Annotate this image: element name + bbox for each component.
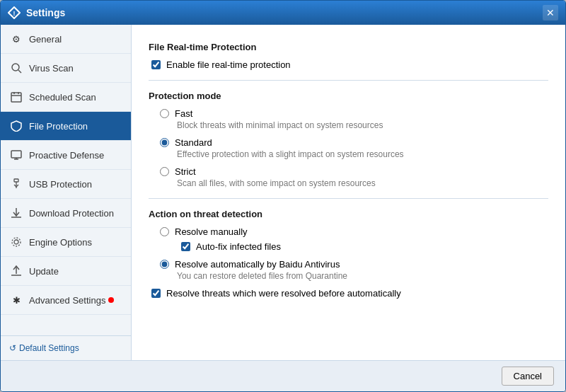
svg-line-3 [18,70,21,73]
window-body: ⚙ General Virus Scan Scheduled Scan [1,25,565,360]
svg-rect-11 [14,179,18,182]
sidebar-item-usb-protection[interactable]: USB Protection [1,170,131,199]
mode-fast-option: Fast Block threats with minimal impact o… [160,108,548,130]
usb-icon [9,177,23,191]
mode-strict-option: Strict Scan all files, with some impact … [160,166,548,188]
mode-standard-radio[interactable] [160,138,169,147]
sidebar-footer: ↺ Default Settings [1,335,131,360]
enable-realtime-checkbox[interactable] [151,60,161,69]
auto-fix-row: Auto-fix infected files [181,241,548,252]
mode-fast-label[interactable]: Fast [175,108,192,119]
auto-fix-checkbox[interactable] [181,242,190,251]
mode-standard-label[interactable]: Standard [175,137,212,148]
svg-point-2 [12,64,19,71]
calendar-icon [9,90,23,104]
mode-standard-option: Standard Effective protection with a sli… [160,137,548,159]
sidebar: ⚙ General Virus Scan Scheduled Scan [1,25,132,360]
main-content: File Real-time Protection Enable file re… [132,25,565,360]
close-button[interactable]: ✕ [543,5,558,21]
default-settings-link[interactable]: ↺ Default Settings [9,343,122,353]
auto-fix-label[interactable]: Auto-fix infected files [181,241,548,252]
resolve-before-checkbox[interactable] [151,289,161,298]
title-bar: ! Settings ✕ [1,1,565,25]
action-auto-option: Resolve automatically by Baidu Antivirus… [160,259,548,281]
action-auto-desc: You can restore deleted files from Quara… [177,271,548,281]
action-auto-radio[interactable] [160,260,169,269]
reset-icon: ↺ [9,343,16,353]
svg-rect-8 [11,151,21,158]
app-icon: ! [8,6,21,19]
enable-realtime-label[interactable]: Enable file real-time protection [151,59,291,70]
enable-realtime-row: Enable file real-time protection [149,59,548,70]
action-manual-label[interactable]: Resolve manually [175,226,248,237]
svg-text:!: ! [13,10,16,17]
sidebar-item-download-protection[interactable]: Download Protection [1,199,131,228]
sidebar-item-engine-options[interactable]: Engine Options [1,228,131,257]
scan-icon [9,61,23,75]
advanced-icon: ✱ [9,293,23,307]
svg-point-18 [12,238,21,246]
mode-standard-desc: Effective protection with a slight impac… [177,149,548,159]
sidebar-item-advanced-settings[interactable]: ✱ Advanced Settings [1,286,131,315]
window-title: Settings [26,7,543,18]
shield-icon [9,119,23,133]
mode-fast-radio[interactable] [160,109,169,118]
mode-strict-radio[interactable] [160,167,169,176]
notification-dot [108,297,114,303]
action-auto-label[interactable]: Resolve automatically by Baidu Antivirus [175,259,340,270]
action-manual-radio[interactable] [160,227,169,236]
section-file-realtime-title: File Real-time Protection [149,42,548,52]
section-protection-mode-title: Protection mode [149,91,548,101]
svg-rect-4 [11,93,21,102]
resolve-before-label[interactable]: Resolve threats which were resolved befo… [151,288,401,299]
sidebar-item-virus-scan[interactable]: Virus Scan [1,54,131,83]
action-manual-option: Resolve manually Auto-fix infected files [160,226,548,252]
resolve-before-row: Resolve threats which were resolved befo… [149,288,548,299]
mode-strict-desc: Scan all files, with some impact on syst… [177,178,548,188]
sidebar-item-update[interactable]: Update [1,257,131,286]
settings-window: ! Settings ✕ ⚙ General Virus Scan S [0,0,566,392]
mode-strict-label[interactable]: Strict [175,166,196,177]
bottom-bar: Cancel [1,360,565,391]
action-group: Resolve manually Auto-fix infected files… [160,226,548,281]
sidebar-item-proactive-defense[interactable]: Proactive Defense [1,141,131,170]
proactive-icon [9,148,23,162]
sidebar-item-scheduled-scan[interactable]: Scheduled Scan [1,83,131,112]
update-icon [9,264,23,278]
sidebar-item-general[interactable]: ⚙ General [1,25,131,54]
engine-icon [9,235,23,249]
mode-fast-desc: Block threats with minimal impact on sys… [177,120,548,130]
cancel-button[interactable]: Cancel [502,367,554,386]
divider-2 [149,198,548,199]
section-action-title: Action on threat detection [149,209,548,219]
sidebar-item-file-protection[interactable]: File Protection [1,112,131,141]
protection-mode-group: Fast Block threats with minimal impact o… [160,108,548,188]
divider-1 [149,80,548,81]
download-icon [9,206,23,220]
svg-point-17 [14,240,18,244]
gear-icon: ⚙ [9,32,23,46]
